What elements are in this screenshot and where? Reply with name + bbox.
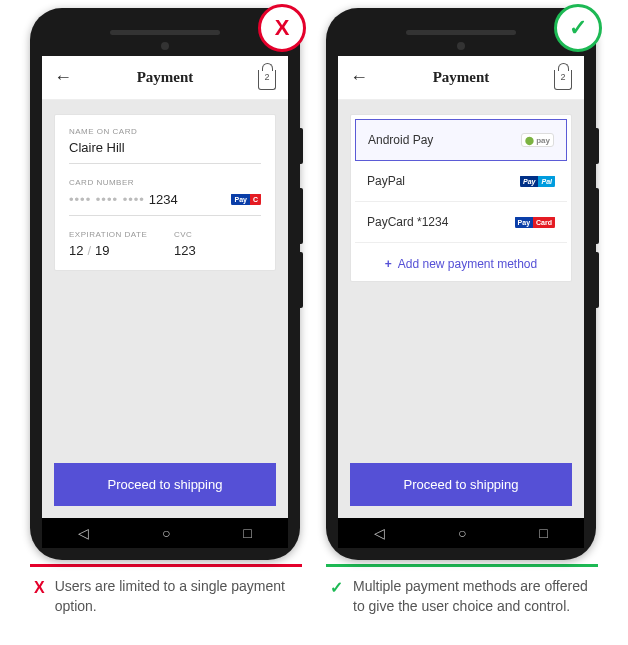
good-caption: ✓ Multiple payment methods are offered t… xyxy=(326,567,598,616)
check-icon: ✓ xyxy=(569,15,587,41)
expiration-label: EXPIRATION DATE xyxy=(69,230,156,239)
card-number-label: CARD NUMBER xyxy=(69,178,261,187)
page-title: Payment xyxy=(72,69,258,86)
bag-count: 2 xyxy=(555,72,571,82)
payment-option-label: Android Pay xyxy=(368,133,433,147)
bad-caption-text: Users are limited to a single payment op… xyxy=(55,577,298,616)
payment-option-paycard[interactable]: PayCard *1234PayCard xyxy=(355,202,567,243)
good-caption-text: Multiple payment methods are offered to … xyxy=(353,577,594,616)
bag-count: 2 xyxy=(259,72,275,82)
phone-volume-up xyxy=(300,188,303,244)
payment-option-android-pay[interactable]: Android Pay⬤ pay xyxy=(355,119,567,161)
phone-frame-left: ← Payment 2 NAME ON CARD Claire Hill CAR… xyxy=(30,8,300,560)
name-label: NAME ON CARD xyxy=(69,127,261,136)
x-icon: X xyxy=(275,15,290,41)
phone-frame-right: ← Payment 2 Android Pay⬤ payPayPalPayPal… xyxy=(326,8,596,560)
nav-home-icon[interactable]: ○ xyxy=(458,525,466,541)
shopping-bag-icon[interactable]: 2 xyxy=(554,70,572,90)
back-icon[interactable]: ← xyxy=(350,67,368,88)
paycard-icon: PayC xyxy=(231,191,261,207)
add-payment-button[interactable]: +Add new payment method xyxy=(355,243,567,277)
payment-option-label: PayCard *1234 xyxy=(367,215,448,229)
phone-power-button xyxy=(596,128,599,164)
shopping-bag-icon[interactable]: 2 xyxy=(258,70,276,90)
app-bar: ← Payment 2 xyxy=(42,56,288,100)
proceed-button[interactable]: Proceed to shipping xyxy=(350,463,572,506)
card-number-field[interactable]: •••• •••• •••• 1234 PayC xyxy=(69,191,261,216)
phone-volume-up xyxy=(596,188,599,244)
content-area: NAME ON CARD Claire Hill CARD NUMBER •••… xyxy=(42,100,288,463)
app-bar: ← Payment 2 xyxy=(338,56,584,100)
good-example: ✓ ← Payment 2 Android Pay⬤ payPayPalPayP… xyxy=(326,8,598,616)
nav-home-icon[interactable]: ○ xyxy=(162,525,170,541)
android-pay-icon: ⬤ pay xyxy=(521,132,554,148)
nav-recents-icon[interactable]: □ xyxy=(243,525,251,541)
bad-badge: X xyxy=(258,4,306,52)
screen-left: ← Payment 2 NAME ON CARD Claire Hill CAR… xyxy=(42,56,288,518)
cvc-field[interactable]: 123 xyxy=(174,243,261,258)
payment-options-card: Android Pay⬤ payPayPalPayPalPayCard *123… xyxy=(350,114,572,282)
good-badge: ✓ xyxy=(554,4,602,52)
x-icon: X xyxy=(34,577,45,616)
card-last4: 1234 xyxy=(149,192,232,207)
payment-option-label: PayPal xyxy=(367,174,405,188)
page-title: Payment xyxy=(368,69,554,86)
bad-example: X ← Payment 2 NAME ON CARD Claire Hill xyxy=(30,8,302,616)
paycard-icon: PayCard xyxy=(515,214,555,230)
nav-recents-icon[interactable]: □ xyxy=(539,525,547,541)
android-navbar: ◁ ○ □ xyxy=(338,518,584,548)
nav-back-icon[interactable]: ◁ xyxy=(374,525,385,541)
paypal-icon: PayPal xyxy=(520,173,555,189)
card-form: NAME ON CARD Claire Hill CARD NUMBER •••… xyxy=(54,114,276,271)
name-field[interactable]: Claire Hill xyxy=(69,140,261,164)
comparison-container: X ← Payment 2 NAME ON CARD Claire Hill xyxy=(0,0,628,616)
content-area: Android Pay⬤ payPayPalPayPalPayCard *123… xyxy=(338,100,584,463)
card-mask: •••• •••• •••• xyxy=(69,192,145,207)
add-payment-label: Add new payment method xyxy=(398,257,537,271)
phone-volume-down xyxy=(596,252,599,308)
nav-back-icon[interactable]: ◁ xyxy=(78,525,89,541)
back-icon[interactable]: ← xyxy=(54,67,72,88)
cvc-label: CVC xyxy=(174,230,261,239)
phone-power-button xyxy=(300,128,303,164)
phone-volume-down xyxy=(300,252,303,308)
android-navbar: ◁ ○ □ xyxy=(42,518,288,548)
expiration-field[interactable]: 12/19 xyxy=(69,243,156,258)
check-icon: ✓ xyxy=(330,577,343,616)
bad-caption: X Users are limited to a single payment … xyxy=(30,567,302,616)
payment-option-paypal[interactable]: PayPalPayPal xyxy=(355,161,567,202)
proceed-button[interactable]: Proceed to shipping xyxy=(54,463,276,506)
plus-icon: + xyxy=(385,257,392,271)
screen-right: ← Payment 2 Android Pay⬤ payPayPalPayPal… xyxy=(338,56,584,518)
